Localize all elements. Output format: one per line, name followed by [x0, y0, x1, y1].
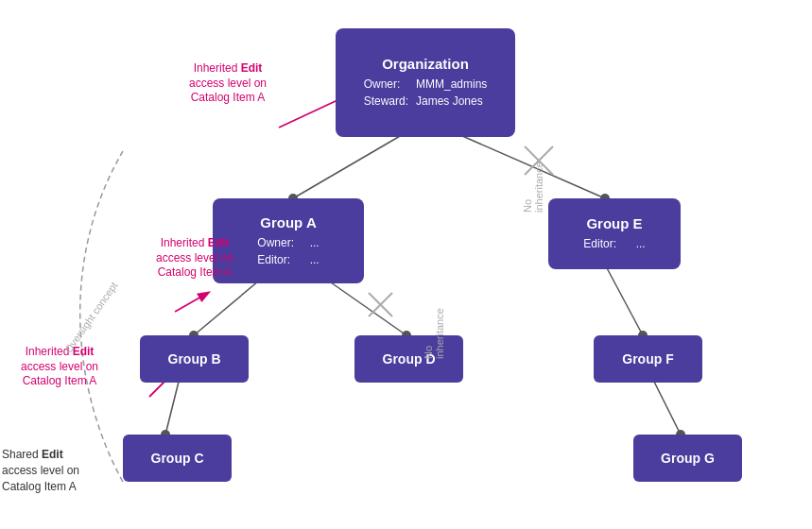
no-inherit-label-2: Noinheritance	[423, 293, 445, 359]
group-f-node: Group F	[594, 335, 702, 383]
group-e-editor-label: Editor:	[583, 235, 632, 252]
group-a-info: Owner: ... Editor: ...	[257, 234, 319, 268]
svg-line-21	[369, 293, 392, 316]
shared-label: Shared Editaccess level onCatalog Item A	[2, 447, 79, 494]
oversight-label: Oversight concept	[62, 280, 120, 355]
svg-line-13	[165, 378, 180, 435]
group-a-node: Group A Owner: ... Editor: ...	[213, 198, 364, 283]
group-e-info: Editor: ...	[583, 235, 645, 252]
svg-line-22	[369, 293, 392, 316]
org-steward-value: James Jones	[416, 94, 483, 108]
org-owner-value: MMM_admins	[416, 77, 487, 91]
svg-line-16	[652, 378, 681, 435]
group-e-editor-value: ...	[636, 237, 646, 250]
org-owner-label: Owner:	[364, 76, 413, 93]
group-b-node: Group B	[140, 335, 249, 383]
org-info: Owner: MMM_admins Steward: James Jones	[364, 76, 488, 110]
group-f-title: Group F	[622, 351, 673, 367]
group-a-owner-value: ...	[310, 236, 320, 249]
org-steward-label: Steward:	[364, 93, 413, 110]
group-e-node: Group E Editor: ...	[548, 198, 681, 269]
diagram: Organization Owner: MMM_admins Steward: …	[0, 0, 812, 529]
inherited-label-top: Inherited Editaccess level onCatalog Ite…	[189, 61, 267, 106]
svg-line-5	[194, 276, 265, 335]
inherited-label-low: Inherited Editaccess level onCatalog Ite…	[21, 345, 98, 389]
org-title: Organization	[349, 56, 502, 72]
group-d-node: Group D	[354, 335, 463, 383]
group-a-editor-label: Editor:	[257, 251, 306, 268]
inherited-label-mid: Inherited Editaccess level onCatalog Ite…	[156, 236, 233, 281]
group-b-title: Group B	[168, 351, 221, 367]
group-a-title: Group A	[226, 214, 351, 230]
group-a-editor-value: ...	[310, 253, 320, 266]
svg-line-25	[175, 293, 208, 312]
svg-line-6	[321, 276, 406, 335]
no-inherit-label-1: Noinheritance	[522, 137, 544, 213]
organization-node: Organization Owner: MMM_admins Steward: …	[336, 28, 515, 137]
group-g-title: Group G	[661, 451, 715, 466]
group-e-title: Group E	[561, 215, 667, 231]
group-g-node: Group G	[633, 435, 742, 482]
group-c-title: Group C	[151, 451, 204, 466]
group-a-owner-label: Owner:	[257, 234, 306, 251]
svg-line-10	[605, 264, 643, 335]
svg-line-0	[293, 132, 406, 198]
group-c-node: Group C	[123, 435, 232, 482]
